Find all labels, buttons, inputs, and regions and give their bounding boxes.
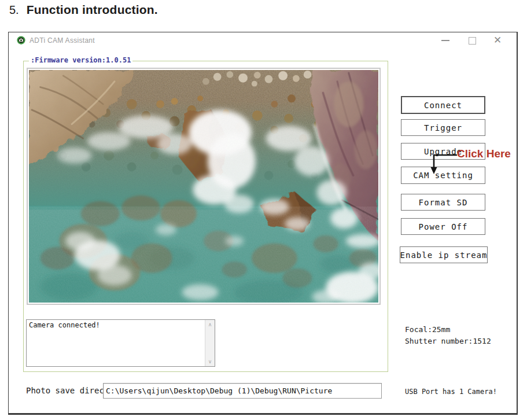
- photo-save-directory-input[interactable]: C:\Users\qijun\Desktop\Debug (1)\Debug\R…: [103, 383, 382, 399]
- app-logo-icon: [17, 36, 25, 45]
- camera-preview-image: [27, 68, 381, 305]
- log-scrollbar[interactable]: ∧ ∨: [205, 320, 215, 366]
- trigger-button[interactable]: Trigger: [401, 119, 485, 136]
- firmware-groupbox: :Firmware version:1.0.51: [23, 61, 388, 372]
- close-icon[interactable]: ✕: [493, 34, 502, 47]
- heading-number: 5.: [9, 3, 19, 17]
- maximize-icon[interactable]: [469, 37, 476, 45]
- connect-button[interactable]: Connect: [401, 96, 485, 114]
- status-log-text: Camera connected!: [29, 321, 100, 329]
- photo-save-directory-label: Photo save directo: [26, 386, 103, 395]
- click-here-annotation: Click Here: [457, 148, 511, 160]
- scroll-down-icon[interactable]: ∨: [205, 358, 215, 366]
- usb-status-text: USB Port has 1 Camera!: [405, 388, 497, 396]
- focal-length-value: Focal:25mm: [405, 325, 450, 334]
- shoreline-photo: [29, 70, 378, 303]
- section-heading: 5. Function introduction.: [9, 3, 158, 17]
- minimize-icon[interactable]: [441, 40, 449, 41]
- shutter-number-value: Shutter number:1512: [405, 337, 491, 345]
- power-off-button[interactable]: Power Off: [401, 218, 485, 235]
- window-title: ADTi CAM Assistant: [30, 36, 95, 45]
- heading-title: Function introduction.: [27, 3, 158, 17]
- title-bar[interactable]: ADTi CAM Assistant ✕: [9, 32, 517, 50]
- format-sd-button[interactable]: Format SD: [401, 194, 485, 211]
- status-log-box[interactable]: Camera connected! ∧ ∨: [26, 319, 215, 367]
- enable-ip-stream-button[interactable]: Enable ip stream: [400, 246, 488, 263]
- firmware-version-label: :Firmware version:1.0.51: [29, 56, 132, 64]
- app-window: ADTi CAM Assistant ✕ :Firmware version:1…: [8, 32, 518, 415]
- scroll-up-icon[interactable]: ∧: [205, 320, 215, 329]
